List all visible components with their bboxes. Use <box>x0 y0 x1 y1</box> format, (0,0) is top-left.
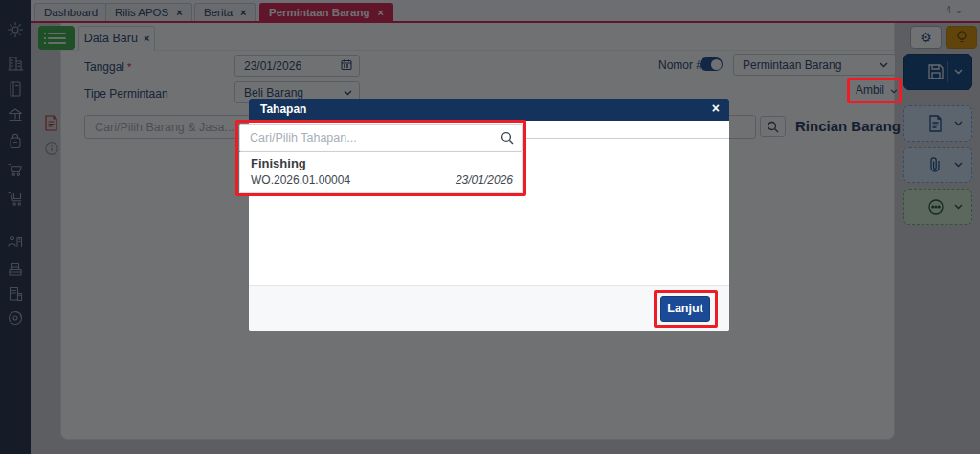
modal-header[interactable]: Tahapan × <box>249 99 729 121</box>
floppy-save-icon <box>927 63 945 80</box>
tab-permintaan-barang[interactable]: Permintaan Barang× <box>259 3 393 22</box>
chevron-down-icon[interactable] <box>954 162 963 168</box>
app-sidebar <box>0 0 31 454</box>
asset-disc-icon[interactable] <box>7 309 24 327</box>
chevron-down-icon[interactable] <box>954 121 963 126</box>
help-tips-button[interactable] <box>946 26 977 49</box>
settings-gear-icon[interactable] <box>7 21 24 38</box>
close-icon[interactable]: × <box>176 7 182 18</box>
chevron-down-icon[interactable] <box>954 204 963 210</box>
chevron-down-icon: ⌄ <box>954 4 963 15</box>
badge-count: 4 <box>946 4 951 15</box>
form-document-icon[interactable] <box>44 115 58 135</box>
tab-berita[interactable]: Berita× <box>194 3 256 22</box>
search-icon <box>767 121 779 133</box>
info-icon[interactable] <box>44 141 59 160</box>
attachment-button[interactable] <box>903 147 972 183</box>
nomor-template-select[interactable]: Permintaan Barang <box>733 54 896 76</box>
list-menu-button[interactable] <box>38 26 75 50</box>
button-divider <box>947 61 948 82</box>
modal-title: Tahapan <box>260 102 306 116</box>
close-icon[interactable]: × <box>144 33 149 44</box>
tipe-permintaan-value: Beli Barang <box>244 86 303 100</box>
toggle-knob <box>711 59 722 70</box>
annotation-box-search <box>235 120 526 196</box>
tanggal-value: 23/01/2026 <box>244 59 301 73</box>
tab-rilis-apos[interactable]: Rilis APOS× <box>105 3 192 22</box>
close-icon[interactable]: × <box>377 7 383 18</box>
tab-label: Data Baru <box>84 32 138 45</box>
employee-building-icon[interactable] <box>7 233 24 250</box>
journal-book-icon[interactable] <box>7 80 24 98</box>
tab-label: Rilis APOS <box>115 7 168 18</box>
nomor-auto-toggle[interactable] <box>700 57 723 71</box>
cash-register-icon[interactable] <box>7 261 24 279</box>
subtab-divider <box>61 50 894 51</box>
company-building-icon[interactable] <box>7 55 24 72</box>
chevron-down-icon <box>344 90 352 96</box>
tax-document-icon[interactable] <box>7 285 24 303</box>
paperclip-icon <box>927 156 943 173</box>
tanggal-input[interactable]: 23/01/2026 <box>234 55 360 77</box>
settings-button[interactable]: ⚙ <box>910 26 942 49</box>
open-tabs-count[interactable]: 4 ⌄ <box>946 4 963 16</box>
document-actions-button[interactable] <box>903 105 972 142</box>
annotation-box-ambil <box>847 78 902 103</box>
annotation-box-lanjut <box>654 290 718 328</box>
calendar-icon[interactable] <box>341 58 352 73</box>
tipe-permintaan-label: Tipe Permintaan <box>84 87 168 101</box>
tab-label: Dashboard <box>44 7 98 18</box>
lightbulb-icon <box>955 29 969 46</box>
tab-data-baru[interactable]: Data Baru× <box>78 26 155 51</box>
more-options-button[interactable] <box>903 189 972 225</box>
tab-label: Permintaan Barang <box>269 7 369 18</box>
bank-icon[interactable] <box>7 106 24 124</box>
shopping-cart-icon[interactable] <box>7 161 24 178</box>
tab-dashboard[interactable]: Dashboard <box>34 3 107 22</box>
modal-body <box>249 203 729 285</box>
nomor-template-value: Permintaan Barang <box>743 58 841 72</box>
rincian-barang-title: Rincian Barang* <box>795 118 907 134</box>
document-icon <box>927 115 944 132</box>
barang-search-button[interactable] <box>760 116 786 137</box>
close-icon[interactable]: × <box>240 7 246 18</box>
chevron-down-icon <box>880 62 888 68</box>
ellipsis-circle-icon <box>927 198 945 216</box>
gear-icon: ⚙ <box>920 30 932 45</box>
save-button[interactable] <box>903 54 972 90</box>
close-icon[interactable]: × <box>712 101 720 116</box>
tab-bar-underline <box>31 21 980 23</box>
tanggal-label: Tanggal* <box>84 60 131 74</box>
tab-label: Berita <box>204 7 233 18</box>
pouch-bag-icon[interactable] <box>7 132 24 149</box>
delivery-trolley-icon[interactable] <box>7 190 24 207</box>
chevron-down-icon[interactable] <box>954 69 963 75</box>
